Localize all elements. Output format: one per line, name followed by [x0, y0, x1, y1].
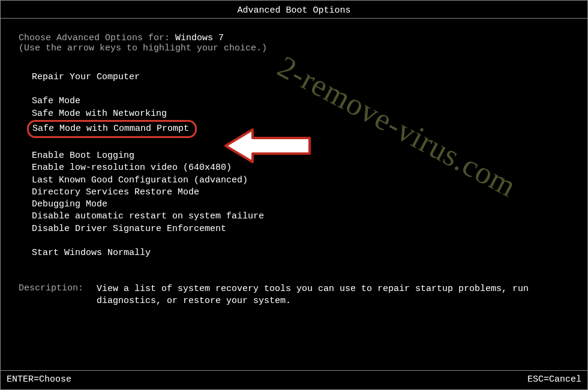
- menu-ds-restore[interactable]: Directory Services Restore Mode: [32, 187, 199, 199]
- screen-title: Advanced Boot Options: [237, 5, 350, 16]
- os-name: Windows 7: [175, 33, 224, 43]
- description-text: View a list of system recovery tools you…: [97, 283, 569, 308]
- title-bar: Advanced Boot Options: [1, 1, 587, 19]
- boot-options-screen: Advanced Boot Options Choose Advanced Op…: [0, 0, 588, 390]
- svg-marker-0: [226, 130, 310, 162]
- menu-repair-computer[interactable]: Repair Your Computer: [32, 71, 140, 83]
- menu-disable-driver-sig[interactable]: Disable Driver Signature Enforcement: [32, 223, 226, 235]
- footer-bar: ENTER=Choose ESC=Cancel: [1, 370, 587, 389]
- boot-menu: Repair Your Computer Safe Mode Safe Mode…: [19, 71, 569, 259]
- footer-enter: ENTER=Choose: [7, 374, 71, 385]
- menu-debugging[interactable]: Debugging Mode: [32, 199, 107, 211]
- menu-start-normally[interactable]: Start Windows Normally: [32, 247, 151, 259]
- choose-prefix: Choose Advanced Options for:: [19, 33, 175, 43]
- menu-group-normal: Start Windows Normally: [32, 247, 569, 259]
- menu-boot-logging[interactable]: Enable Boot Logging: [32, 150, 134, 162]
- description-label: Description:: [19, 283, 97, 308]
- description-row: Description: View a list of system recov…: [19, 283, 569, 308]
- menu-last-known-good[interactable]: Last Known Good Configuration (advanced): [32, 175, 248, 187]
- menu-safe-mode-networking[interactable]: Safe Mode with Networking: [32, 108, 167, 120]
- choose-label: Choose Advanced Options for: Windows 7: [19, 33, 569, 43]
- menu-low-res-video[interactable]: Enable low-resolution video (640x480): [32, 162, 232, 174]
- menu-group-repair: Repair Your Computer: [32, 71, 569, 83]
- menu-safe-mode[interactable]: Safe Mode: [32, 95, 80, 107]
- footer-esc: ESC=Cancel: [527, 374, 581, 385]
- menu-safe-mode-cmd[interactable]: Safe Mode with Command Prompt: [27, 120, 197, 138]
- highlight-arrow-icon: [223, 128, 319, 164]
- navigation-hint: (Use the arrow keys to highlight your ch…: [19, 43, 569, 53]
- menu-disable-auto-restart[interactable]: Disable automatic restart on system fail…: [32, 211, 264, 223]
